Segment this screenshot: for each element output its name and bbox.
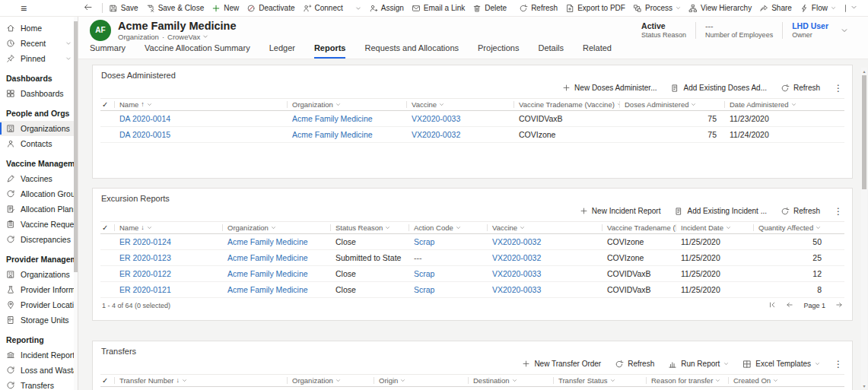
column-header-vaccine[interactable]: Vaccine — [406, 99, 513, 110]
sidebar-item-home[interactable]: Home — [0, 21, 78, 36]
cmdbar-view-hierarchy[interactable]: View Hierarchy — [685, 0, 755, 17]
column-header-origin[interactable]: Origin — [374, 375, 468, 386]
column-header-date-administered[interactable]: Date Administered — [724, 99, 830, 110]
cmdbar-delete[interactable]: Delete — [469, 0, 510, 17]
cell-name[interactable]: ER 2020-0122 — [114, 269, 222, 278]
cmdbar-new[interactable]: New — [208, 0, 243, 17]
cell-vaccine[interactable]: VX2020-0032 — [406, 130, 513, 139]
cmdbar-save[interactable]: Save — [105, 0, 142, 17]
cmdbar-deactivate[interactable]: Deactivate — [243, 0, 298, 17]
tab-reports[interactable]: Reports — [314, 43, 346, 59]
cmdbar-export-to-pdf[interactable]: Export to PDF — [561, 0, 629, 17]
form-selector[interactable]: CroweVax — [167, 33, 208, 41]
toolbar-more-commands[interactable]: ⋮ — [834, 84, 843, 93]
cell-vaccine[interactable]: VX2020-0032 — [487, 253, 602, 262]
table-row[interactable]: ER 2020-0124Acme Family MedicineCloseScr… — [100, 234, 844, 250]
toolbar-refresh[interactable]: Refresh — [781, 84, 820, 93]
column-header-organization[interactable]: Organization — [287, 99, 406, 110]
column-header-name[interactable]: Name↑ — [114, 99, 287, 110]
cell-vaccine[interactable]: VX2020-0033 — [487, 285, 602, 294]
sidebar-item-provider-locations[interactable]: Provider Locations — [0, 297, 78, 312]
select-all-checkbox[interactable]: ✓ — [100, 376, 114, 385]
cmdbar-word-templates[interactable]: Word Templates — [840, 0, 846, 17]
toolbar-new-transfer-order[interactable]: New Transfer Order — [522, 360, 601, 368]
cell-organization[interactable]: Acme Family Medicine — [222, 285, 330, 294]
cell-organization[interactable]: Acme Family Medicine — [222, 269, 330, 278]
cell-organization[interactable]: Acme Family Medicine — [287, 114, 406, 123]
sidebar-item-allocation-plans[interactable]: Allocation Plans — [0, 201, 78, 217]
cell-name[interactable]: ER 2020-0121 — [114, 285, 222, 294]
select-all-checkbox[interactable]: ✓ — [100, 224, 114, 232]
page-previous-button[interactable] — [786, 301, 793, 310]
tab-summary[interactable]: Summary — [90, 43, 126, 59]
cell-name[interactable]: ER 2020-0124 — [114, 237, 222, 246]
sidebar-item-incident-reports[interactable]: Incident Reports — [0, 347, 78, 363]
sidebar-item-organizations[interactable]: Organizations — [0, 267, 78, 282]
cmdbar-flow[interactable]: Flow — [796, 0, 840, 17]
sidebar-item-recent[interactable]: Recent — [0, 36, 78, 51]
sidebar-item-transfers[interactable]: Transfers — [0, 378, 78, 390]
toolbar-new-doses-administer[interactable]: New Doses Administer... — [562, 84, 657, 92]
cmdbar-email-a-link[interactable]: Email a Link — [408, 0, 469, 17]
toolbar-run-report[interactable]: Run Report — [668, 360, 729, 369]
tab-ledger[interactable]: Ledger — [269, 43, 295, 59]
table-row[interactable]: ER 2020-0123Acme Family MedicineSubmitte… — [100, 250, 844, 266]
tab-vaccine-allocation-summary[interactable]: Vaccine Allocation Summary — [145, 43, 250, 59]
cell-vaccine[interactable]: VX2020-0033 — [487, 269, 602, 278]
sidebar-item-organizations[interactable]: Organizations — [0, 121, 78, 136]
tab-requests-and-allocations[interactable]: Requests and Allocations — [364, 43, 459, 59]
sidebar-item-pinned[interactable]: Pinned — [0, 51, 78, 66]
sidebar-item-dashboards[interactable]: Dashboards — [0, 86, 78, 101]
column-header-reason-for-transfer[interactable]: Reason for transfer — [646, 375, 728, 386]
table-row[interactable]: DA 2020-0015Acme Family MedicineVX2020-0… — [100, 127, 844, 143]
toolbar-add-existing-doses-ad[interactable]: Add Existing Doses Ad... — [670, 84, 767, 93]
table-row[interactable]: DA 2020-0014Acme Family MedicineVX2020-0… — [100, 111, 844, 127]
back-button[interactable] — [78, 2, 100, 14]
cell-name[interactable]: ER 2020-0123 — [114, 253, 222, 262]
column-header-destination[interactable]: Destination — [468, 375, 553, 386]
toolbar-refresh[interactable]: Refresh — [781, 207, 820, 216]
toolbar-more-commands[interactable]: ⋮ — [834, 360, 843, 369]
cell-organization[interactable]: Acme Family Medicine — [287, 130, 406, 139]
column-header-vaccine[interactable]: Vaccine — [487, 222, 602, 233]
sidebar-item-contacts[interactable]: Contacts — [0, 136, 78, 151]
cmdbar-refresh[interactable]: Refresh — [515, 0, 561, 17]
sidebar-item-loss-and-wastage[interactable]: Loss and Wastage — [0, 363, 78, 378]
column-header-incident-date[interactable]: Incident Date — [676, 222, 753, 233]
page-first-button[interactable] — [768, 301, 776, 310]
cmdbar-process[interactable]: Process — [629, 0, 685, 17]
column-header-vaccine-tradename-vaccine[interactable]: Vaccine Tradename (Vaccine) — [513, 99, 619, 110]
column-header-organization[interactable]: Organization — [287, 375, 374, 386]
cell-action-code[interactable]: Scrap — [409, 237, 487, 246]
cmdbar-save-close[interactable]: Save & Close — [142, 0, 208, 17]
cell-action-code[interactable]: Scrap — [409, 285, 487, 294]
column-header-status-reason[interactable]: Status Reason — [330, 222, 409, 233]
sidebar-item-discrepancies[interactable]: Discrepancies — [0, 232, 78, 247]
tab-related[interactable]: Related — [583, 43, 612, 59]
header-collapse-chevron[interactable] — [841, 24, 848, 37]
cmdbar-assign[interactable]: Assign — [365, 0, 408, 17]
scroll-down-arrow-icon[interactable]: ▾ — [861, 382, 867, 388]
cell-vaccine[interactable]: VX2020-0033 — [406, 114, 513, 123]
toolbar-refresh[interactable]: Refresh — [615, 360, 654, 369]
toolbar-new-incident-report[interactable]: New Incident Report — [580, 207, 661, 215]
cell-name[interactable]: DA 2020-0014 — [114, 114, 287, 123]
table-row[interactable]: ER 2020-0122Acme Family MedicineCloseScr… — [100, 266, 844, 282]
commandbar-overflow-chevron[interactable] — [846, 4, 868, 12]
page-next-button[interactable] — [835, 301, 843, 310]
toolbar-add-existing-incident[interactable]: Add Existing Incident ... — [674, 207, 767, 216]
column-header-quantity-affected[interactable]: Quantity Affected — [753, 222, 829, 233]
cell-name[interactable]: DA 2020-0015 — [114, 130, 287, 139]
column-header-action-code[interactable]: Action Code — [409, 222, 487, 233]
column-header-doses-administered[interactable]: Doses Administered — [619, 99, 724, 110]
sidebar-item-storage-units[interactable]: Storage Units — [0, 312, 78, 328]
sidebar-item-provider-informati[interactable]: Provider Informati... — [0, 282, 78, 297]
table-row[interactable]: ER 2020-0121Acme Family MedicineCloseScr… — [100, 282, 844, 298]
sidebar-item-vaccines[interactable]: Vaccines — [0, 171, 78, 186]
column-header-created-on[interactable]: Created On — [728, 375, 828, 386]
select-all-checkbox[interactable]: ✓ — [100, 100, 114, 109]
cmdbar-share[interactable]: Share — [755, 0, 796, 17]
scrollbar-thumb[interactable] — [862, 75, 866, 189]
sidebar-item-allocation-group[interactable]: Allocation Group — [0, 186, 78, 201]
toolbar-excel-templates[interactable]: Excel Templates — [742, 360, 820, 369]
